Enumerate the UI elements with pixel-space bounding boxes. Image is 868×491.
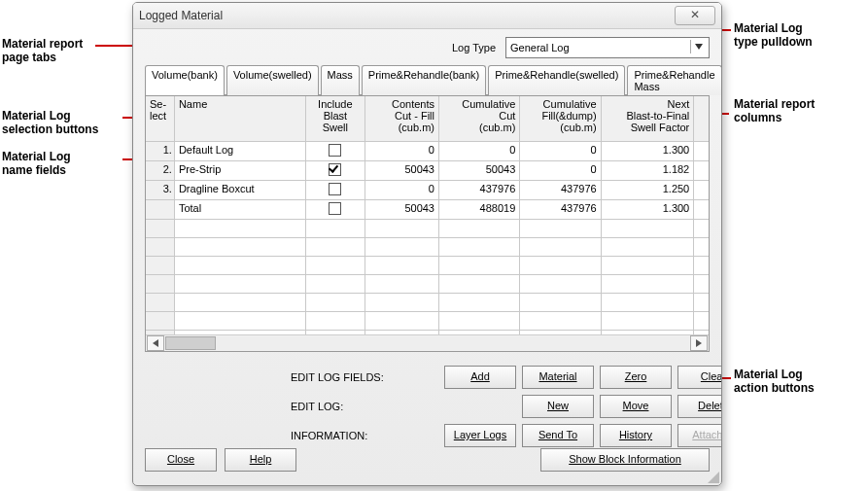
layer-logs-button[interactable]: Layer Logs	[444, 424, 516, 447]
col-next-total-swell[interactable]: Next Total. Swell Factor	[694, 96, 710, 142]
table-row-empty	[146, 294, 710, 312]
col-contents[interactable]: Contents Cut - Fill (cub.m)	[365, 96, 439, 142]
section-edit-log: EDIT LOG:	[291, 401, 436, 412]
annotation-report-tabs: Material report page tabs	[2, 37, 83, 65]
section-information: INFORMATION:	[291, 430, 436, 441]
svg-marker-1	[153, 339, 158, 347]
titlebar[interactable]: Logged Material ✕	[133, 3, 721, 29]
scroll-thumb[interactable]	[165, 336, 216, 350]
include-blast-swell-cell[interactable]	[305, 161, 365, 181]
next-blast-final-cell: 1.250	[601, 181, 694, 200]
next-blast-final-cell: 1.300	[601, 200, 694, 220]
contents-cell: 50043	[365, 200, 439, 220]
logged-material-dialog: Logged Material ✕ Log Type General Log V…	[132, 2, 722, 486]
history-button[interactable]: History	[600, 424, 672, 447]
annotation-name-fields: Material Log name fields	[2, 150, 71, 178]
include-blast-swell-cell[interactable]	[305, 200, 365, 220]
cumulative-fill-cell: 437976	[520, 181, 601, 200]
log-name-cell[interactable]: Pre-Strip	[174, 161, 305, 181]
tab-volume-swelled[interactable]: Volume(swelled)	[226, 65, 319, 95]
tab-prime-rehandle-bank[interactable]: Prime&Rehandle(bank)	[362, 65, 486, 95]
col-select[interactable]: Se- lect	[146, 96, 174, 142]
col-name[interactable]: Name	[174, 96, 305, 142]
table-row[interactable]: Total500434880194379761.3001.3002.6502.0	[146, 200, 710, 220]
col-include-blast-swell[interactable]: Include Blast Swell	[305, 96, 365, 142]
annotation-selection-buttons: Material Log selection buttons	[2, 109, 98, 137]
attached-button: Attached	[677, 424, 722, 447]
contents-cell: 0	[365, 181, 439, 200]
material-table: Se- lect Name Include Blast Swell Conten…	[145, 95, 710, 352]
scroll-left-icon[interactable]	[147, 335, 164, 351]
section-edit-fields: EDIT LOG FIELDS:	[291, 371, 436, 383]
next-total-swell-cell: 1.250	[694, 181, 710, 200]
log-name-cell[interactable]: Dragline Boxcut	[174, 181, 305, 200]
window-title: Logged Material	[139, 9, 223, 22]
row-number[interactable]: 2.	[146, 161, 174, 181]
resize-grip-icon[interactable]	[706, 470, 719, 483]
close-button[interactable]: Close	[145, 448, 217, 472]
annotation-type-pulldown: Material Log type pulldown	[734, 21, 813, 50]
chevron-down-icon	[690, 40, 707, 53]
cumulative-cut-cell: 437976	[438, 181, 519, 200]
cumulative-fill-cell: 0	[520, 142, 601, 161]
scroll-right-icon[interactable]	[690, 335, 708, 351]
tab-prime-rehandle-swelled[interactable]: Prime&Rehandle(swelled)	[488, 65, 625, 95]
window-close-button[interactable]: ✕	[675, 6, 715, 25]
new-button[interactable]: New	[522, 395, 594, 418]
next-blast-final-cell: 1.300	[601, 142, 694, 161]
row-number[interactable]: 3.	[146, 181, 174, 200]
zero-button[interactable]: Zero	[600, 366, 672, 389]
add-button[interactable]: Add	[444, 366, 516, 389]
table-row[interactable]: 1.Default Log0001.3001.3002.6500.0	[146, 142, 710, 161]
cumulative-fill-cell: 0	[520, 161, 601, 181]
next-total-swell-cell: 1.300	[694, 161, 710, 181]
table-row[interactable]: 3.Dragline Boxcut04379764379761.2501.250…	[146, 181, 710, 200]
svg-marker-2	[696, 339, 702, 347]
log-type-value: General Log	[510, 42, 570, 53]
report-tabs: Volume(bank) Volume(swelled) Mass Prime&…	[145, 64, 710, 95]
next-total-swell-cell: 1.300	[694, 142, 710, 161]
show-block-information-button[interactable]: Show Block Information	[540, 448, 710, 472]
help-button[interactable]: Help	[225, 448, 296, 472]
send-to-button[interactable]: Send To	[522, 424, 594, 447]
horizontal-scrollbar[interactable]	[146, 334, 709, 351]
row-number[interactable]: 1.	[146, 142, 174, 161]
checkbox-icon[interactable]	[329, 144, 341, 157]
material-button[interactable]: Material	[522, 366, 594, 389]
col-cumulative-fill[interactable]: Cumulative Fill(&dump) (cub.m)	[520, 96, 601, 142]
contents-cell: 50043	[365, 161, 439, 181]
next-blast-final-cell: 1.182	[601, 161, 694, 181]
tab-volume-bank[interactable]: Volume(bank)	[145, 65, 225, 95]
cumulative-fill-cell: 437976	[520, 200, 601, 220]
cumulative-cut-cell: 0	[438, 142, 519, 161]
table-row-empty	[146, 257, 710, 275]
table-row[interactable]: 2.Pre-Strip500435004301.1821.3002.6502.0	[146, 161, 710, 181]
table-row-empty	[146, 275, 710, 294]
table-row-empty	[146, 238, 710, 257]
col-next-blast-final[interactable]: Next Blast-to-Final Swell Factor	[601, 96, 694, 142]
cumulative-cut-cell: 50043	[438, 161, 519, 181]
table-row-empty	[146, 220, 710, 238]
col-cumulative-cut[interactable]: Cumulative Cut (cub.m)	[438, 96, 519, 142]
delete-button[interactable]: Delete	[677, 395, 722, 418]
annotation-report-columns: Material report columns	[734, 97, 815, 125]
include-blast-swell-cell[interactable]	[305, 181, 365, 200]
tab-mass[interactable]: Mass	[321, 65, 360, 95]
log-name-cell[interactable]: Default Log	[174, 142, 305, 161]
tab-prime-rehandle-mass[interactable]: Prime&Rehandle Mass	[627, 65, 721, 95]
annotation-action-buttons: Material Log action buttons	[734, 368, 815, 396]
contents-cell: 0	[365, 142, 439, 161]
move-button[interactable]: Move	[600, 395, 672, 418]
clear-button[interactable]: Clear	[677, 366, 722, 389]
log-name-cell[interactable]: Total	[174, 200, 305, 220]
include-blast-swell-cell[interactable]	[305, 142, 365, 161]
row-number[interactable]	[146, 200, 174, 220]
svg-marker-0	[695, 44, 703, 50]
checkbox-icon[interactable]	[329, 202, 341, 215]
next-total-swell-cell: 1.300	[694, 200, 710, 220]
table-row-empty	[146, 312, 710, 331]
checkbox-icon[interactable]	[329, 183, 341, 195]
checkbox-icon[interactable]	[329, 163, 341, 176]
log-type-select[interactable]: General Log	[505, 37, 710, 58]
log-type-label: Log Type	[452, 42, 496, 53]
